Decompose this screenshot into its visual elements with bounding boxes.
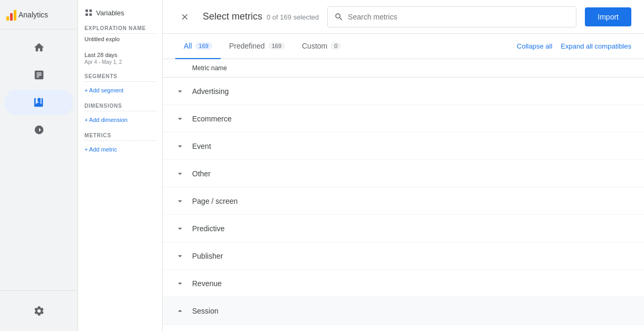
chevron-predictive: [175, 224, 192, 233]
nav-menu: [0, 30, 78, 290]
metrics-table: Metric name Advertising Ecommerce: [163, 59, 644, 331]
row-avg-session-duration[interactable]: ✛ Average session duration: [163, 325, 644, 331]
nav-explore[interactable]: [4, 90, 73, 115]
metrics-label: METRICS: [84, 133, 156, 141]
metric-session: Session: [192, 307, 631, 315]
metric-event: Event: [192, 142, 631, 150]
date-range-label: Last 28 days: [84, 52, 156, 58]
logo-bar-1: [6, 16, 9, 21]
sidebar-footer: [0, 290, 78, 331]
tab-custom-label: Custom: [302, 42, 327, 50]
expand-all-button[interactable]: Expand all compatibles: [561, 42, 631, 50]
chevron-event: [175, 141, 192, 151]
table-header: Metric name: [163, 59, 644, 78]
search-box[interactable]: [327, 6, 576, 27]
chevron-ecommerce: [175, 114, 192, 124]
svg-rect-3: [89, 13, 92, 16]
search-icon: [334, 12, 344, 22]
sidebar-header: Analytics: [0, 0, 78, 30]
chevron-session: [175, 306, 192, 316]
modal-title-area: Select metrics 0 of 169 selected: [203, 11, 319, 22]
tab-predefined-label: Predefined: [229, 42, 265, 50]
chevron-advertising: [175, 87, 192, 96]
modal-count: 0 of 169 selected: [267, 13, 319, 21]
date-range-value: Apr 4 - May 1, 2: [84, 59, 156, 65]
tab-all-label: All: [184, 42, 192, 50]
row-page-screen[interactable]: Page / screen: [163, 187, 644, 215]
tab-predefined-badge: 169: [268, 42, 285, 50]
dimensions-section: DIMENSIONS + Add dimension: [84, 103, 156, 124]
dimensions-label: DIMENSIONS: [84, 103, 156, 111]
row-ecommerce[interactable]: Ecommerce: [163, 105, 644, 133]
metric-other: Other: [192, 169, 631, 178]
add-segment-button[interactable]: + Add segment: [84, 87, 124, 93]
exploration-section: EXPLORATION NAME Untitled explo: [84, 25, 156, 43]
exploration-label: EXPLORATION NAME: [84, 25, 156, 34]
chevron-publisher: [175, 251, 192, 261]
metric-ecommerce: Ecommerce: [192, 115, 631, 123]
search-input[interactable]: [348, 13, 570, 21]
row-other[interactable]: Other: [163, 160, 644, 187]
segments-label: SEGMENTS: [84, 73, 156, 82]
tab-custom[interactable]: Custom 0: [293, 34, 349, 60]
modal-header: Select metrics 0 of 169 selected Import: [163, 0, 644, 34]
modal-tabs: All 169 Predefined 169 Custom 0 Collapse…: [163, 34, 644, 59]
date-section: Last 28 days Apr 4 - May 1, 2: [84, 52, 156, 65]
row-event[interactable]: Event: [163, 133, 644, 160]
collapse-all-button[interactable]: Collapse all: [517, 42, 552, 50]
chevron-revenue: [175, 279, 192, 288]
metric-revenue: Revenue: [192, 279, 631, 288]
logo-icon: [6, 9, 16, 21]
row-revenue[interactable]: Revenue: [163, 270, 644, 297]
metric-publisher: Publisher: [192, 252, 631, 260]
row-advertising[interactable]: Advertising: [163, 78, 644, 105]
tab-all[interactable]: All 169: [175, 34, 221, 60]
main-area: Select metrics 0 of 169 selected Import …: [163, 0, 644, 331]
add-metric-button[interactable]: + Add metric: [84, 146, 117, 153]
row-session[interactable]: Session: [163, 297, 644, 325]
modal-actions: Collapse all Expand all compatibles: [517, 42, 631, 50]
logo-bar-2: [10, 13, 13, 21]
segments-section: SEGMENTS + Add segment: [84, 73, 156, 94]
metric-predictive: Predictive: [192, 224, 631, 233]
settings-button[interactable]: [33, 298, 45, 324]
exploration-name: Untitled explo: [84, 36, 156, 42]
close-button[interactable]: [175, 7, 194, 26]
sidebar: Analytics: [0, 0, 78, 331]
nav-advertising[interactable]: [4, 117, 73, 143]
add-dimension-button[interactable]: + Add dimension: [84, 117, 128, 123]
metric-advertising: Advertising: [192, 87, 631, 96]
nav-reports[interactable]: [4, 62, 73, 88]
svg-rect-0: [86, 10, 88, 12]
svg-rect-1: [89, 10, 92, 12]
metric-page-screen: Page / screen: [192, 197, 631, 205]
import-button[interactable]: Import: [585, 7, 631, 26]
chevron-other: [175, 169, 192, 178]
chevron-page-screen: [175, 196, 192, 206]
tab-custom-badge: 0: [330, 42, 341, 50]
row-predictive[interactable]: Predictive: [163, 215, 644, 242]
app-title: Analytics: [18, 11, 48, 19]
tab-all-badge: 169: [195, 42, 212, 50]
metrics-section: METRICS + Add metric: [84, 133, 156, 154]
panel-title-text: Variables: [96, 9, 124, 17]
app-logo: Analytics: [6, 9, 48, 21]
logo-bar-3: [14, 10, 16, 21]
select-metrics-modal: Select metrics 0 of 169 selected Import …: [163, 0, 644, 331]
variables-panel: Variables EXPLORATION NAME Untitled expl…: [78, 0, 163, 331]
panel-header: Variables: [84, 8, 156, 17]
metric-name-header: Metric name: [192, 64, 227, 72]
row-publisher[interactable]: Publisher: [163, 242, 644, 270]
tab-predefined[interactable]: Predefined 169: [221, 34, 293, 60]
svg-rect-2: [86, 13, 88, 16]
nav-home[interactable]: [4, 35, 73, 60]
modal-title: Select metrics: [203, 11, 262, 22]
